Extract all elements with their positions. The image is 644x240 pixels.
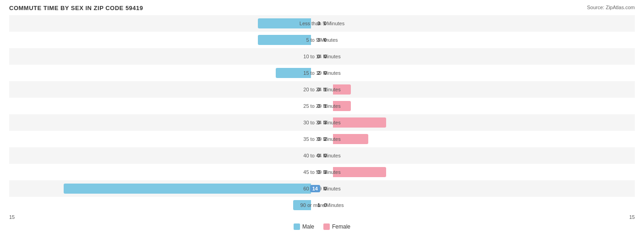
female-value: 0 (324, 37, 327, 43)
chart-row: 1460 to 89 Minutes0 (9, 180, 635, 197)
title-row: COMMUTE TIME BY SEX IN ZIP CODE 59419 So… (9, 5, 635, 11)
male-bar (258, 35, 311, 45)
left-section: 0 (9, 81, 322, 98)
male-value: 0 (317, 103, 320, 109)
chart-row: 215 to 19 Minutes0 (9, 65, 635, 81)
left-section: 1 (9, 197, 322, 213)
male-value: 0 (317, 87, 320, 92)
left-section: 14 (9, 180, 322, 197)
legend-female: Female (323, 223, 350, 230)
left-section: 0 (9, 48, 322, 65)
male-label: Male (302, 223, 314, 230)
male-value: 2 (317, 70, 320, 76)
male-value: 0 (317, 136, 320, 142)
female-value: 0 (324, 186, 327, 191)
chart-row: 3Less than 5 Minutes0 (9, 15, 635, 32)
male-value: 0 (317, 120, 320, 125)
right-section: 3 (322, 114, 635, 131)
left-section: 0 (9, 147, 322, 164)
female-value: 0 (324, 54, 327, 59)
right-section: 0 (322, 147, 635, 164)
chart-row: 020 to 24 Minutes1 (9, 81, 635, 98)
left-section: 0 (9, 164, 322, 180)
female-label: Female (332, 223, 350, 230)
row-label: 30 to 34 Minutes (303, 120, 340, 125)
female-value: 3 (324, 169, 327, 175)
chart-container: COMMUTE TIME BY SEX IN ZIP CODE 59419 So… (0, 0, 644, 240)
male-value: 1 (317, 202, 320, 208)
chart-row: 190 or more Minutes0 (9, 197, 635, 213)
right-section: 0 (322, 65, 635, 81)
row-label: 5 to 9 Minutes (306, 37, 338, 43)
chart-title: COMMUTE TIME BY SEX IN ZIP CODE 59419 (9, 5, 143, 11)
row-label: 45 to 59 Minutes (303, 169, 340, 175)
axis-right: 15 (629, 214, 635, 220)
source-text: Source: ZipAtlas.com (587, 5, 635, 10)
right-section: 1 (322, 98, 635, 114)
chart-row: 040 to 44 Minutes0 (9, 147, 635, 164)
chart-row: 030 to 34 Minutes3 (9, 114, 635, 131)
female-value: 1 (324, 103, 327, 109)
chart-row: 010 to 14 Minutes0 (9, 48, 635, 65)
chart-area: 3Less than 5 Minutes035 to 9 Minutes0010… (9, 15, 635, 213)
legend-row: Male Female (9, 223, 635, 230)
row-label: Less than 5 Minutes (300, 21, 344, 26)
left-section: 0 (9, 131, 322, 147)
row-label: 10 to 14 Minutes (303, 54, 340, 59)
chart-row: 035 to 39 Minutes2 (9, 131, 635, 147)
left-section: 3 (9, 15, 322, 32)
male-value: 0 (317, 54, 320, 59)
male-value: 0 (317, 169, 320, 175)
female-value: 0 (324, 153, 327, 158)
chart-row: 025 to 29 Minutes1 (9, 98, 635, 114)
right-section: 0 (322, 180, 635, 197)
axis-left: 15 (9, 214, 15, 220)
left-section: 2 (9, 65, 322, 81)
row-label: 35 to 39 Minutes (303, 136, 340, 142)
female-bar (333, 117, 386, 128)
female-value: 1 (324, 87, 327, 92)
right-section: 0 (322, 48, 635, 65)
right-section: 3 (322, 164, 635, 180)
female-value: 0 (324, 202, 327, 208)
left-section: 0 (9, 114, 322, 131)
female-value: 0 (324, 70, 327, 76)
male-value: 3 (317, 21, 320, 26)
right-section: 0 (322, 197, 635, 213)
row-label: 60 to 89 Minutes (303, 186, 340, 191)
male-value: 14 (310, 185, 320, 192)
chart-row: 35 to 9 Minutes0 (9, 32, 635, 48)
female-bar (333, 167, 386, 177)
row-label: 40 to 44 Minutes (303, 153, 340, 158)
axis-row: 15 15 (9, 213, 635, 221)
left-section: 3 (9, 32, 322, 48)
female-value: 0 (324, 21, 327, 26)
male-bar (64, 184, 311, 194)
female-value: 3 (324, 120, 327, 125)
right-section: 2 (322, 131, 635, 147)
right-section: 0 (322, 32, 635, 48)
right-section: 1 (322, 81, 635, 98)
male-legend-box (294, 223, 300, 230)
chart-row: 045 to 59 Minutes3 (9, 164, 635, 180)
male-value: 0 (317, 153, 320, 158)
right-section: 0 (322, 15, 635, 32)
legend-male: Male (294, 223, 314, 230)
row-label: 90 or more Minutes (300, 202, 344, 208)
female-value: 2 (324, 136, 327, 142)
row-label: 20 to 24 Minutes (303, 87, 340, 92)
row-label: 15 to 19 Minutes (303, 70, 340, 76)
female-legend-box (323, 223, 330, 230)
male-value: 3 (317, 37, 320, 43)
row-label: 25 to 29 Minutes (303, 103, 340, 109)
left-section: 0 (9, 98, 322, 114)
